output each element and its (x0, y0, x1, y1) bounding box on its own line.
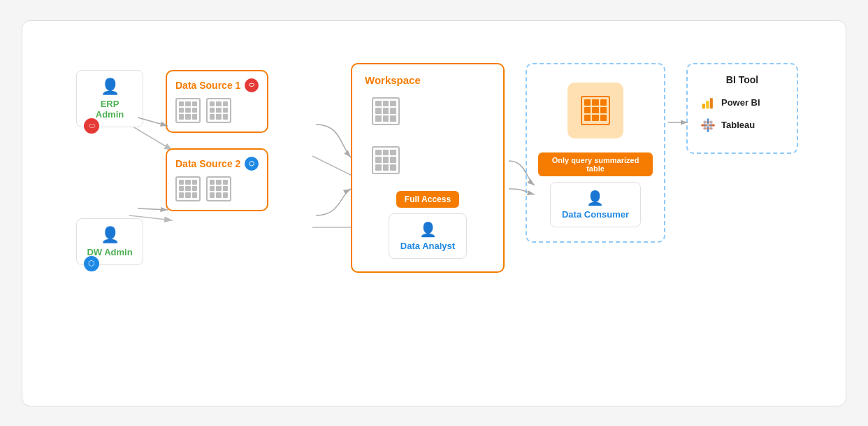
bi-column: BI Tool Power BI (686, 63, 798, 154)
workspace-table-1 (372, 97, 400, 125)
source-2-box: Data Source 2 ⬡ (166, 148, 268, 211)
workspace-column: Workspace Full Access (351, 63, 505, 273)
tableau-icon (700, 118, 716, 133)
summarized-table (581, 96, 610, 125)
source-1-table-1 (175, 98, 201, 123)
svg-rect-13 (703, 121, 713, 122)
workspace-table-2 (372, 146, 400, 174)
source-1-tables (175, 98, 259, 123)
summarized-table-wrap (567, 83, 623, 139)
source-1-table-2 (206, 98, 231, 123)
powerbi-label: Power BI (721, 97, 760, 108)
dashed-box: Only query summarized table 👤 Data Consu… (526, 63, 665, 243)
source-2-title: Data Source 2 ⬡ (175, 157, 259, 171)
source-2-icon: ⬡ (245, 157, 259, 171)
source-2-table-1 (175, 176, 201, 201)
data-consumer-icon: 👤 (586, 190, 604, 206)
full-access-badge: Full Access (396, 191, 459, 208)
source-1-icon: ⬭ (245, 78, 259, 92)
powerbi-icon (700, 95, 716, 111)
powerbi-item: Power BI (700, 95, 784, 111)
bi-title: BI Tool (700, 74, 784, 85)
workspace-tables (365, 97, 491, 174)
only-query-group: Only query summarized table 👤 Data Consu… (538, 152, 653, 227)
only-query-badge: Only query summarized table (538, 152, 653, 176)
data-consumer-label: Data Consumer (562, 209, 629, 220)
svg-rect-15 (707, 123, 709, 126)
dw-admin-label: DW Admin (87, 247, 132, 257)
bi-box: BI Tool Power BI (686, 63, 798, 154)
admins-column: 👤 ERP Admin ⬭ 👤 DW Admin ⬡ (71, 70, 148, 265)
tableau-label: Tableau (721, 120, 755, 130)
source-2-table-2 (206, 176, 231, 201)
data-analyst-card: 👤 Data Analyst (389, 213, 467, 259)
main-container: 👤 ERP Admin ⬭ 👤 DW Admin ⬡ Data Source 1… (22, 20, 846, 406)
dw-admin-box: 👤 DW Admin ⬡ (76, 218, 143, 265)
source-2-tables (175, 176, 259, 201)
erp-admin-box: 👤 ERP Admin ⬭ (76, 70, 143, 127)
source-1-title: Data Source 1 ⬭ (175, 78, 259, 92)
full-access-group: Full Access 👤 Data Analyst (365, 191, 491, 259)
svg-rect-8 (710, 98, 713, 108)
svg-rect-14 (703, 127, 713, 129)
sources-column: Data Source 1 ⬭ (166, 70, 268, 211)
dw-admin-icon: 👤 (101, 226, 120, 244)
svg-rect-6 (702, 104, 705, 108)
erp-admin-label: ERP Admin (87, 99, 133, 120)
dashed-column: Only query summarized table 👤 Data Consu… (526, 63, 665, 243)
diagram: 👤 ERP Admin ⬭ 👤 DW Admin ⬡ Data Source 1… (50, 42, 818, 385)
data-consumer-card: 👤 Data Consumer (550, 182, 641, 227)
workspace-title: Workspace (365, 74, 491, 86)
erp-badge: ⬭ (84, 118, 99, 134)
svg-rect-7 (706, 101, 709, 108)
erp-admin-icon: 👤 (101, 78, 120, 96)
data-analyst-icon: 👤 (419, 221, 437, 238)
source-1-box: Data Source 1 ⬭ (166, 70, 268, 133)
workspace-box: Workspace Full Access (351, 63, 505, 273)
dw-badge: ⬡ (84, 256, 99, 271)
tableau-item: Tableau (700, 118, 784, 133)
data-analyst-label: Data Analyst (400, 241, 455, 251)
